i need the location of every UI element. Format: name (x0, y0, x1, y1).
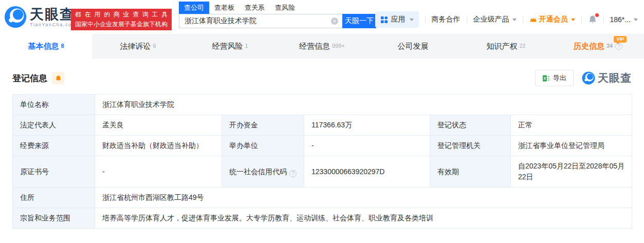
open-membership-menu[interactable]: 开通会员 (529, 15, 575, 24)
notification-dot (595, 13, 599, 17)
export-button[interactable]: 导出 (535, 70, 574, 86)
crown-icon (529, 16, 537, 23)
table-row: 单位名称 浙江体育职业技术学院 (13, 95, 632, 115)
table-row: 原证书号 - 统一社会信用代码? 12330000663920297D 有效期 … (13, 156, 632, 188)
search-tab-relation[interactable]: 查关系 (240, 2, 270, 14)
field-label: 宗旨和业务范围 (13, 208, 95, 229)
search-button[interactable]: 天眼一下 (342, 14, 376, 28)
tab-operational-risk[interactable]: 经营风险 1 (184, 34, 276, 59)
vip-badge: VIP (614, 36, 627, 43)
table-row: 宗旨和业务范围 培养高等学历体育人才，促进体育事业发展。大专学历教育、运动训练、… (13, 208, 632, 229)
section-actions: 导出 天眼查 (535, 70, 632, 86)
tab-label: 知识产权 (486, 42, 517, 51)
field-value: 正常 (511, 115, 632, 136)
registration-section-header: 登记信息 导出 天眼查 (0, 59, 644, 94)
search-tab-risk[interactable]: 查风险 (270, 2, 300, 14)
field-label: 登记状态 (430, 115, 511, 136)
user-account-menu[interactable]: 186*... (610, 15, 638, 24)
excel-icon (542, 74, 550, 82)
search-area: 查公司 查老板 查关系 查风险 × 天眼一下 (179, 3, 376, 28)
registration-info-table: 单位名称 浙江体育职业技术学院 法定代表人 孟关良 开办资金 117366.63… (12, 94, 632, 229)
field-label: 登记管理机关 (430, 136, 511, 156)
tab-intellectual-property[interactable]: 知识产权 22 (460, 34, 552, 59)
slogan-line-2: 国家中小企业发展子基金旗下机构 (75, 20, 168, 29)
notifications-button[interactable] (588, 15, 597, 24)
field-label: 统一社会信用代码? (222, 156, 304, 188)
subscribe-bell-button[interactable] (52, 72, 64, 84)
logo-text: 天眼查 (30, 7, 77, 22)
table-row: 住所 浙江省杭州市西湖区教工路49号 (13, 188, 632, 208)
site-header: 天眼查 TianYanCha.com 都在用的商业查询工具 国家中小企业发展子基… (0, 0, 644, 34)
field-value: 浙江省杭州市西湖区教工路49号 (95, 188, 632, 208)
open-membership-label: 开通会员 (539, 15, 568, 24)
field-value: 孟关良 (95, 115, 222, 136)
search-row: × 天眼一下 (179, 14, 376, 28)
apps-label: 应用 (391, 15, 406, 24)
tab-label: 经营风险 (212, 42, 243, 51)
clear-icon[interactable]: × (331, 17, 338, 25)
tab-count: 34 (606, 43, 613, 49)
divider (523, 16, 523, 23)
field-label: 住所 (13, 188, 95, 208)
search-tab-boss[interactable]: 查老板 (209, 2, 240, 14)
enterprise-products-label: 企业级产品 (473, 15, 509, 24)
section-title: 登记信息 (12, 72, 47, 84)
divider (467, 16, 467, 23)
tab-legal-proceedings[interactable]: 法律诉讼 6 (92, 34, 184, 59)
help-icon[interactable]: ? (289, 170, 297, 177)
chevron-down-icon (634, 18, 638, 21)
field-label: 单位名称 (13, 95, 95, 115)
tab-label: 经营信息 (299, 42, 330, 51)
tab-basic-info[interactable]: 基本信息 8 (0, 34, 92, 59)
slogan-line-1: 都在用的商业查询工具 (75, 10, 168, 20)
tianyancha-logo-icon (4, 6, 27, 28)
field-label: 法定代表人 (13, 115, 95, 136)
tab-history-info[interactable]: VIP 历史信息 34 ? (552, 34, 644, 59)
field-value: - (304, 136, 430, 156)
tab-label: 基本信息 (28, 42, 59, 51)
divider (603, 16, 604, 23)
tianyancha-logo[interactable]: 天眼查 TianYanCha.com (4, 6, 77, 28)
tianyancha-watermark-icon (582, 71, 595, 85)
field-value: 财政适当补助（财政适当补助） (95, 136, 222, 156)
apps-menu[interactable]: 应用 (375, 11, 419, 28)
field-value: 12330000663920297D (304, 156, 430, 188)
chevron-down-icon (571, 18, 575, 21)
field-label-text: 统一社会信用代码 (229, 167, 287, 176)
divider (581, 16, 582, 23)
field-value: 培养高等学历体育人才，促进体育事业发展。大专学历教育、运动训练、社会体育、职业教… (95, 208, 632, 229)
field-label: 经费来源 (13, 136, 95, 156)
search-tab-company[interactable]: 查公司 (179, 2, 209, 14)
business-cooperation-link[interactable]: 商务合作 (432, 15, 461, 24)
table-row: 法定代表人 孟关良 开办资金 117366.63万 登记状态 正常 (13, 115, 632, 136)
tab-count: 6 (153, 43, 156, 49)
tab-label: 历史信息 (574, 42, 604, 51)
logo-texts: 天眼查 TianYanCha.com (30, 7, 77, 27)
divider (425, 16, 426, 23)
enterprise-products-menu[interactable]: 企业级产品 (473, 15, 517, 24)
field-label: 举办单位 (222, 136, 304, 156)
watermark-text: 天眼查 (598, 71, 632, 85)
field-label: 原证书号 (13, 156, 95, 188)
search-input-wrap: × (179, 14, 342, 28)
tianyancha-watermark: 天眼查 (582, 71, 632, 85)
tab-count: 1 (245, 43, 248, 49)
table-row: 经费来源 财政适当补助（财政适当补助） 举办单位 - 登记管理机关 浙江省事业单… (13, 136, 632, 156)
tab-company-development[interactable]: 公司发展 (368, 34, 460, 59)
search-input[interactable] (179, 14, 342, 28)
bell-icon (55, 75, 62, 82)
field-value: 117366.63万 (304, 115, 430, 136)
chevron-down-icon (410, 18, 414, 21)
chevron-down-icon (512, 18, 517, 21)
section-title-group: 登记信息 (12, 72, 64, 84)
field-value: 浙江省事业单位登记管理局 (511, 136, 632, 156)
export-label: 导出 (553, 73, 566, 83)
tab-count: 999+ (332, 43, 345, 49)
tab-count: 22 (519, 43, 525, 49)
user-phone-label: 186*... (610, 15, 631, 24)
company-nav-tabbar: 基本信息 8 法律诉讼 6 经营风险 1 经营信息 999+ 公司发展 知识产权… (0, 34, 644, 59)
tab-business-info[interactable]: 经营信息 999+ (276, 34, 368, 59)
field-label: 有效期 (430, 156, 511, 188)
logo-domain: TianYanCha.com (30, 22, 77, 27)
header-nav: 应用 商务合作 企业级产品 开通会员 186*... (375, 11, 638, 28)
